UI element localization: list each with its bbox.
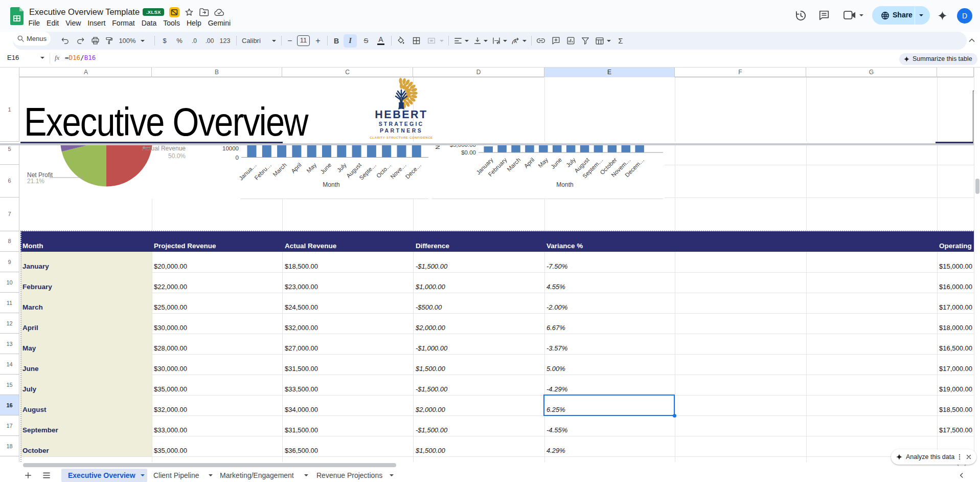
bar-actual-1[interactable]: [262, 145, 271, 158]
hebert-logo-image[interactable]: HEBERT STRATEGIC PARTNERS CLARITY·STRUCT…: [367, 78, 436, 142]
selection-fill-handle[interactable]: [673, 414, 676, 418]
menu-view[interactable]: View: [62, 18, 84, 28]
analyze-more-icon[interactable]: [956, 453, 963, 461]
toolbar-search-menus[interactable]: Menus: [13, 32, 51, 46]
horizontal-align-caret[interactable]: [464, 32, 470, 50]
row-header-6[interactable]: 6: [0, 165, 19, 198]
font-family-caret[interactable]: [271, 32, 277, 50]
cell-operating[interactable]: $18,500.00: [939, 406, 972, 413]
cell-operating[interactable]: $18,000.00: [939, 324, 972, 332]
bar-actual-5[interactable]: [322, 145, 331, 158]
tab-scroll-left-icon[interactable]: [958, 472, 965, 479]
bar-actual-0[interactable]: [247, 145, 257, 158]
cell-month[interactable]: April: [22, 324, 38, 332]
sheet-tab-menu-caret[interactable]: [209, 474, 213, 476]
sheet-tab-client-pipeline[interactable]: Client Pipeline: [153, 469, 215, 482]
gemini-icon[interactable]: [937, 10, 948, 21]
cell-projected[interactable]: $30,000.00: [154, 365, 187, 373]
table-row-june[interactable]: June$30,000.00$31,500.00$1,500.005.00%$1…: [20, 354, 974, 375]
font-family-select[interactable]: Calibri: [240, 32, 271, 50]
row-header-5[interactable]: 5: [0, 145, 19, 165]
cell-projected[interactable]: $35,000.00: [154, 447, 187, 454]
table-row-september[interactable]: September$33,000.00$31,500.00-$1,500.00-…: [20, 415, 974, 436]
cell-actual[interactable]: $27,000.00: [285, 344, 318, 352]
table-row-february[interactable]: February$22,000.00$23,000.00$1,000.004.5…: [20, 272, 974, 293]
bar-netprofit-10[interactable]: [622, 145, 631, 152]
bar-netprofit-3[interactable]: [525, 145, 534, 152]
decrease-font-size-button[interactable]: −: [284, 32, 296, 50]
table-views-button[interactable]: [593, 32, 606, 50]
insert-chart-button[interactable]: [564, 32, 577, 50]
document-title[interactable]: Executive Overview Template: [29, 7, 140, 17]
cell-variance[interactable]: 4.55%: [546, 283, 565, 291]
row-header-14[interactable]: 14: [0, 354, 19, 375]
bar-netprofit-0[interactable]: [484, 146, 493, 152]
zoom-caret[interactable]: [140, 32, 146, 50]
account-avatar[interactable]: D: [957, 8, 972, 24]
increase-font-size-button[interactable]: +: [312, 32, 324, 50]
horizontal-align-button[interactable]: [451, 32, 465, 50]
cell-difference[interactable]: -$1,500.00: [416, 426, 447, 434]
selected-cell-outline[interactable]: [543, 395, 675, 416]
more-formats-button[interactable]: 123: [217, 32, 233, 50]
cell-difference[interactable]: $1,500.00: [416, 365, 445, 373]
sheet-tab-executive-overview[interactable]: Executive Overview: [61, 469, 147, 482]
column-header-G[interactable]: G: [806, 68, 937, 77]
cell-projected[interactable]: $32,000.00: [154, 406, 187, 413]
italic-button[interactable]: I: [344, 34, 357, 48]
name-box-caret[interactable]: [40, 57, 44, 59]
bar-netprofit-4[interactable]: [539, 145, 548, 152]
menu-file[interactable]: File: [25, 18, 43, 28]
analyze-data-popup[interactable]: Analyze this data: [891, 449, 976, 465]
strikethrough-button[interactable]: S: [359, 32, 373, 50]
bar-netprofit-6[interactable]: [566, 145, 576, 152]
column-header-F[interactable]: F: [675, 68, 806, 77]
table-row-april[interactable]: April$30,000.00$32,000.00$2,000.006.67%$…: [20, 313, 974, 334]
row-header-8[interactable]: 8: [0, 231, 19, 252]
cell-operating[interactable]: $15,000.00: [939, 262, 972, 270]
cell-variance[interactable]: 5.00%: [546, 365, 565, 373]
meet-video-icon[interactable]: [844, 11, 856, 19]
vertical-scrollbar-thumb[interactable]: [975, 179, 979, 194]
text-rotation-button[interactable]: A: [509, 32, 522, 50]
table-row-may[interactable]: May$28,000.00$27,000.00-$1,000.00-3.57%$…: [20, 334, 974, 354]
cell-operating[interactable]: $16,000.00: [939, 283, 972, 291]
frozen-row-divider[interactable]: [0, 143, 974, 146]
cell-actual[interactable]: $31,500.00: [285, 365, 318, 373]
row-header-17[interactable]: 17: [0, 415, 19, 436]
row-header-16[interactable]: 16: [0, 395, 19, 415]
cell-difference[interactable]: -$1,500.00: [416, 262, 447, 270]
formula-input[interactable]: =D16/B16: [65, 54, 96, 61]
name-box[interactable]: E16: [7, 54, 19, 61]
font-size-input[interactable]: 11: [297, 35, 310, 46]
menu-format[interactable]: Format: [109, 18, 138, 28]
cell-difference[interactable]: $1,500.00: [416, 447, 445, 454]
collapse-toolbar-icon[interactable]: [968, 36, 976, 45]
bar-actual-11[interactable]: [412, 145, 421, 158]
spreadsheet-grid[interactable]: Executive Overview HEBERT STRATEGIC PART…: [0, 77, 974, 462]
merge-cells-button[interactable]: [425, 32, 438, 50]
row-header-18[interactable]: 18: [0, 436, 19, 456]
compatibility-mode-icon[interactable]: [169, 7, 179, 17]
text-wrap-caret[interactable]: [502, 32, 508, 50]
menu-edit[interactable]: Edit: [43, 18, 62, 28]
cell-actual[interactable]: $24,500.00: [285, 303, 318, 311]
analyze-close-icon[interactable]: [966, 454, 972, 460]
star-icon[interactable]: [185, 8, 194, 17]
share-dropdown-caret[interactable]: [919, 14, 923, 16]
cell-projected[interactable]: $20,000.00: [154, 262, 187, 270]
sheet-tab-menu-caret[interactable]: [141, 474, 145, 476]
bar-actual-4[interactable]: [307, 145, 316, 158]
vertical-scrollbar[interactable]: [974, 68, 980, 462]
cell-actual[interactable]: $34,000.00: [285, 406, 318, 413]
cell-difference[interactable]: -$1,000.00: [416, 344, 447, 352]
share-button[interactable]: Share: [872, 6, 930, 25]
cell-projected[interactable]: $33,000.00: [154, 426, 187, 434]
functions-button[interactable]: Σ: [614, 32, 627, 50]
column-header-E[interactable]: E: [544, 68, 675, 77]
menu-insert[interactable]: Insert: [84, 18, 109, 28]
fill-color-button[interactable]: [394, 32, 407, 50]
table-row-january[interactable]: January$20,000.00$18,500.00-$1,500.00-7.…: [20, 252, 974, 272]
cell-operating[interactable]: $17,000.00: [939, 303, 972, 311]
cell-month[interactable]: August: [22, 406, 47, 413]
